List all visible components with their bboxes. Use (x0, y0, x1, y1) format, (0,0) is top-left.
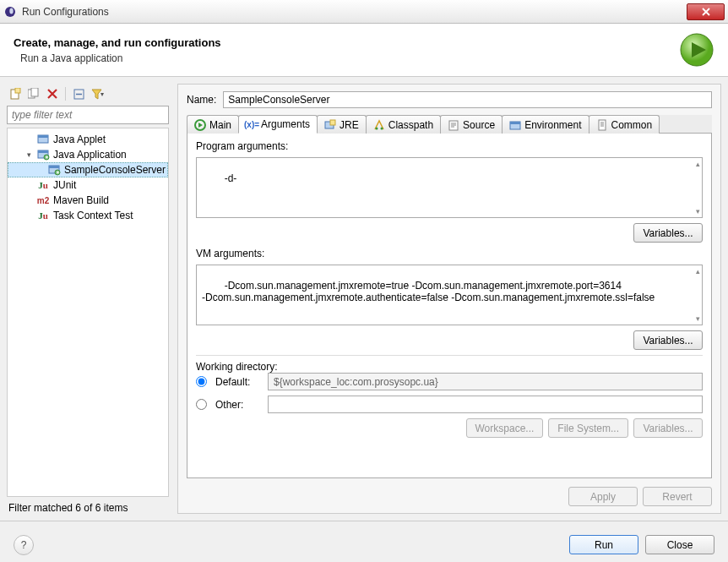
maven-icon: m2 (36, 194, 50, 207)
env-icon (509, 119, 521, 131)
header-subtitle: Run a Java application (20, 52, 679, 64)
workdir-default-label: Default: (215, 376, 259, 388)
help-button[interactable]: ? (14, 535, 34, 555)
tree-item-java-applet[interactable]: Java Applet (8, 132, 168, 147)
tab-common[interactable]: Common (589, 115, 660, 134)
tab-label: Source (463, 119, 495, 131)
eclipse-icon (3, 5, 17, 19)
svg-rect-19 (330, 120, 335, 125)
svg-rect-28 (599, 120, 606, 130)
main-icon (194, 119, 206, 131)
workspace-button[interactable]: Workspace... (466, 418, 544, 438)
tab-bar: Main(x)=ArgumentsJREClasspathSourceEnvir… (187, 115, 712, 134)
svg-point-20 (375, 127, 378, 129)
working-directory-label: Working directory: (196, 361, 703, 373)
vm-arguments-input[interactable]: -Dcom.sun.management.jmxremote=true -Dco… (196, 265, 703, 325)
left-panel: ▾ Java Applet▾Java ApplicationSampleCons… (7, 84, 169, 514)
workdir-default-radio[interactable] (196, 376, 207, 387)
tree-item-maven-build[interactable]: m2Maven Build (8, 193, 168, 208)
expander-icon[interactable]: ▾ (24, 150, 33, 159)
tree-item-label: Maven Build (53, 194, 109, 206)
tab-arguments[interactable]: (x)=Arguments (238, 115, 318, 134)
applet-icon (36, 133, 50, 146)
svg-rect-4 (15, 88, 20, 93)
filesystem-button[interactable]: File System... (548, 418, 628, 438)
workdir-variables-button[interactable]: Variables... (633, 418, 703, 438)
classpath-icon (373, 119, 385, 131)
tab-label: Classpath (388, 119, 433, 131)
tab-label: Main (209, 119, 231, 131)
collapse-all-button[interactable] (70, 85, 87, 102)
program-arguments-input[interactable]: -d- ▴ ▾ (196, 157, 703, 218)
run-button[interactable]: Run (569, 535, 638, 554)
svg-rect-15 (49, 166, 59, 168)
workdir-default-field (268, 373, 703, 390)
tab-jre[interactable]: JRE (317, 115, 367, 134)
vm-args-variables-button[interactable]: Variables... (633, 330, 703, 350)
program-args-variables-button[interactable]: Variables... (633, 223, 703, 243)
tab-main[interactable]: Main (187, 115, 239, 134)
tree-item-label: Task Context Test (53, 210, 133, 221)
right-panel: Name: Main(x)=ArgumentsJREClasspathSourc… (177, 84, 721, 514)
tree-item-label: Java Application (53, 149, 127, 161)
tab-label: Arguments (261, 118, 310, 130)
app-icon (47, 163, 61, 177)
svg-point-21 (380, 127, 383, 129)
revert-button[interactable]: Revert (643, 487, 712, 506)
svg-rect-6 (31, 88, 38, 96)
window-close-button[interactable] (687, 3, 725, 20)
tree-item-label: JUnit (53, 179, 76, 191)
tree-item-label: Java Applet (53, 134, 106, 145)
common-icon (596, 119, 608, 131)
tab-label: JRE (340, 119, 359, 131)
tab-environment[interactable]: Environment (502, 115, 589, 134)
tree-item-java-application[interactable]: ▾Java Application (8, 147, 168, 162)
tab-classpath[interactable]: Classpath (366, 115, 441, 134)
titlebar: Run Configurations (0, 0, 728, 24)
scroll-up-icon[interactable]: ▴ (696, 267, 700, 276)
filter-input[interactable] (7, 106, 169, 124)
workdir-other-radio[interactable] (196, 399, 207, 410)
scroll-up-icon[interactable]: ▴ (696, 160, 700, 168)
close-button[interactable]: Close (645, 535, 714, 554)
config-toolbar: ▾ (7, 84, 169, 106)
config-tree[interactable]: Java Applet▾Java ApplicationSampleConsol… (7, 128, 169, 497)
junit-icon: Ju (36, 178, 50, 192)
toolbar-separator (65, 87, 66, 101)
arguments-panel: Program arguments: -d- ▴ ▾ Variables... … (187, 134, 712, 478)
args-icon: (x)= (246, 118, 258, 130)
scroll-down-icon[interactable]: ▾ (696, 207, 700, 216)
filter-button[interactable]: ▾ (89, 85, 106, 102)
svg-point-1 (9, 8, 13, 14)
name-label: Name: (187, 94, 216, 106)
tree-item-sampleconsoleserver[interactable]: SampleConsoleServer (8, 162, 168, 177)
svg-rect-10 (38, 135, 48, 138)
window-title: Run Configurations (22, 6, 687, 18)
svg-rect-27 (510, 122, 520, 124)
vm-arguments-label: VM arguments: (196, 248, 703, 259)
source-icon (448, 119, 459, 131)
apply-button[interactable]: Apply (568, 487, 638, 506)
workdir-other-label: Other: (215, 399, 259, 411)
tree-item-label: SampleConsoleServer (64, 164, 166, 176)
jre-icon (324, 119, 336, 131)
dialog-footer: ? Run Close (0, 521, 728, 562)
tree-item-junit[interactable]: JuJUnit (8, 177, 168, 193)
tab-label: Common (611, 119, 653, 131)
duplicate-config-button[interactable] (25, 85, 42, 102)
junit-task-icon: Ju (36, 209, 50, 222)
program-arguments-label: Program arguments: (196, 140, 703, 152)
filter-status: Filter matched 6 of 6 items (7, 497, 169, 514)
new-config-button[interactable] (7, 85, 24, 102)
svg-rect-12 (38, 150, 48, 153)
header-title: Create, manage, and run configurations (14, 36, 679, 49)
run-icon-large (679, 32, 714, 68)
dialog-header: Create, manage, and run configurations R… (0, 24, 728, 77)
app-icon (36, 148, 50, 161)
tab-source[interactable]: Source (440, 115, 503, 134)
tree-item-task-context-test[interactable]: JuTask Context Test (8, 208, 168, 223)
workdir-other-field[interactable] (268, 396, 703, 413)
delete-config-button[interactable] (44, 85, 61, 102)
scroll-down-icon[interactable]: ▾ (696, 314, 700, 323)
name-input[interactable] (223, 91, 712, 108)
